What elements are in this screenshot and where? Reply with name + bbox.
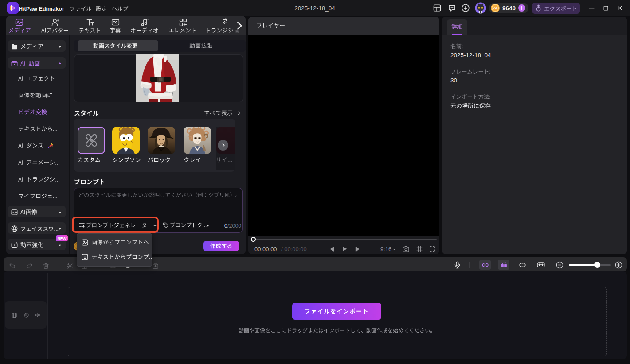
svg-text:AI: AI bbox=[493, 6, 497, 10]
